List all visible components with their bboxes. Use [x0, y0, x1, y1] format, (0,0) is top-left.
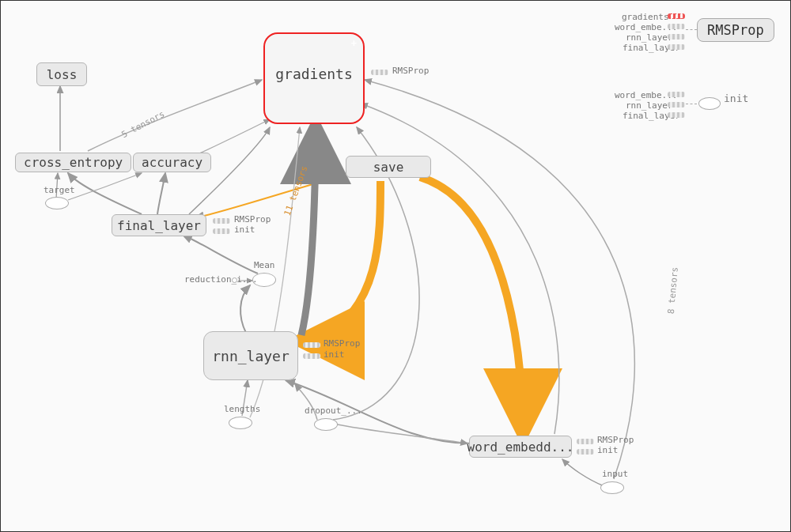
legend-mid-target-ellipse[interactable] — [698, 97, 721, 110]
anno-we-rms: RMSProp — [597, 435, 634, 445]
label-reduction-i: reduction_i... — [184, 274, 258, 285]
legend-top-link — [686, 29, 697, 30]
label-mean: Mean — [254, 260, 275, 270]
legend-mid-link — [686, 104, 697, 104]
legend-top-bar-3 — [668, 44, 685, 50]
legend-mid-bar-2 — [668, 112, 685, 118]
var-badge — [371, 70, 388, 75]
node-word-embedd[interactable]: word_embedd... — [469, 436, 572, 458]
var-badge-rnn-r — [303, 342, 320, 348]
node-gradients[interactable]: gradients + — [263, 32, 365, 124]
var-badge-final-r — [213, 218, 230, 224]
legend-top-item-1: word_embe... — [615, 22, 665, 32]
legend-top-item-3: final_layer — [623, 43, 665, 53]
legend-mid-item-0: word_embe... — [615, 90, 665, 100]
node-lengths[interactable] — [229, 417, 252, 429]
node-rnn-layer[interactable]: rnn_layer — [203, 331, 298, 380]
legend-top-target[interactable]: RMSProp — [697, 18, 774, 42]
legend-mid-bar-1 — [668, 102, 685, 108]
node-cross-entropy[interactable]: cross_entropy — [15, 153, 131, 172]
node-final-layer[interactable]: final_layer — [112, 214, 206, 236]
legend-top-bar-1 — [668, 24, 685, 29]
anno-rnn-rms: RMSProp — [324, 338, 360, 349]
legend-top-item-2: rnn_layer — [626, 32, 665, 43]
anno-gradients-rmsprop: RMSProp — [392, 66, 429, 76]
var-badge-we-r — [577, 439, 594, 444]
label-dropout: dropout_... — [305, 406, 362, 416]
legend-top-bar-0 — [668, 13, 685, 19]
node-accuracy[interactable]: accuracy — [133, 153, 211, 172]
var-badge-final-i — [213, 228, 230, 234]
legend-top-item-0: gradients — [622, 12, 665, 22]
legend-mid-item-1: rnn_layer — [626, 100, 665, 111]
node-save[interactable]: save — [346, 156, 431, 178]
anno-rnn-init: init — [324, 349, 345, 360]
expand-icon[interactable]: + — [351, 38, 357, 49]
anno-final-rms: RMSProp — [234, 214, 271, 224]
legend-mid-item-2: final_layer — [623, 111, 665, 121]
label-input: input — [602, 469, 628, 479]
node-loss[interactable]: loss — [36, 62, 87, 86]
node-gradients-label: gradients — [275, 66, 353, 82]
node-target[interactable] — [45, 197, 69, 209]
node-input[interactable] — [600, 481, 624, 494]
legend-mid-bar-0 — [668, 92, 685, 97]
node-dropout[interactable] — [314, 418, 338, 431]
label-target: target — [44, 185, 75, 195]
legend-mid-target-label: init — [724, 92, 748, 104]
anno-final-init: init — [234, 224, 255, 235]
anno-we-init: init — [597, 445, 619, 455]
label-lengths: lengths — [224, 404, 260, 414]
legend-top-bar-2 — [668, 34, 685, 40]
var-badge-rnn-i — [303, 353, 320, 359]
var-badge-we-i — [577, 449, 594, 455]
